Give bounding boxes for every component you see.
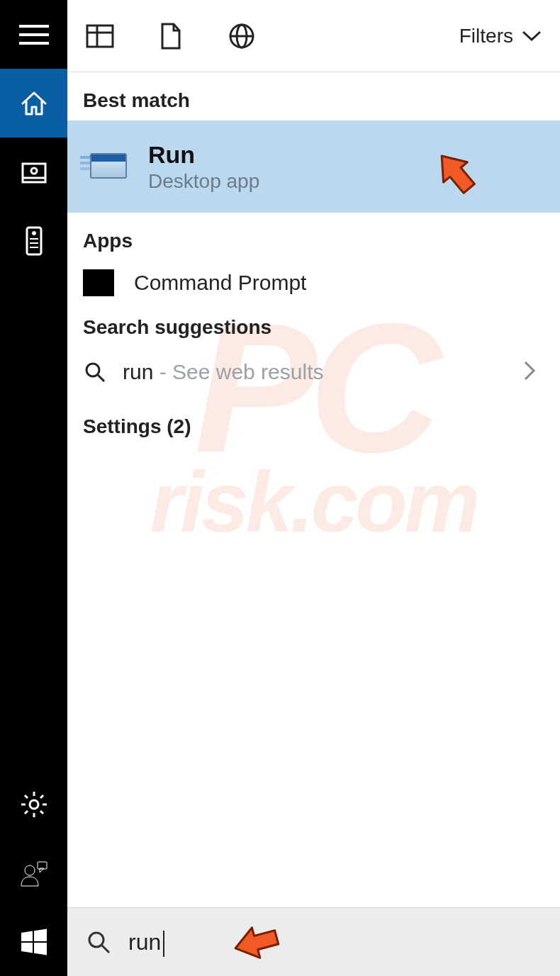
suggestions-heading: Search suggestions [67, 310, 560, 347]
filters-button[interactable]: Filters [459, 25, 542, 47]
settings-results-row[interactable]: Settings (2) [67, 397, 560, 438]
run-app-icon [83, 149, 127, 184]
search-input-value: run [128, 929, 163, 955]
svg-line-16 [25, 795, 28, 798]
svg-line-18 [40, 795, 43, 798]
svg-point-34 [89, 933, 103, 947]
scope-web-button[interactable] [228, 22, 256, 50]
start-button[interactable] [0, 907, 67, 976]
svg-point-4 [31, 168, 37, 174]
svg-marker-23 [34, 929, 47, 941]
svg-marker-25 [34, 943, 47, 955]
svg-point-7 [32, 231, 35, 235]
svg-marker-24 [21, 943, 33, 953]
remote-icon [26, 226, 43, 256]
svg-line-33 [98, 375, 104, 381]
chevron-right-icon [523, 360, 536, 384]
sidebar-item-home[interactable] [0, 69, 67, 138]
sidebar [0, 0, 67, 976]
search-scope-toolbar: Filters [67, 0, 560, 72]
best-match-result-run[interactable]: Run Desktop app [67, 120, 560, 213]
svg-point-20 [25, 865, 35, 875]
apps-heading: Apps [67, 213, 560, 255]
globe-icon [228, 23, 255, 50]
chevron-down-icon [522, 30, 542, 42]
gear-icon [20, 790, 48, 819]
suggestion-text: run - See web results [123, 360, 323, 384]
settings-results-label: Settings (2) [83, 415, 191, 437]
best-match-heading: Best match [67, 72, 560, 120]
hamburger-icon [19, 24, 49, 45]
svg-point-11 [30, 800, 38, 809]
annotation-arrow-icon [429, 146, 486, 203]
svg-line-19 [25, 811, 28, 814]
best-match-subtitle: Desktop app [148, 170, 259, 193]
command-prompt-icon [83, 269, 114, 296]
search-icon [83, 360, 107, 384]
app-window-icon [86, 24, 114, 48]
svg-point-32 [86, 364, 99, 376]
sidebar-item-top-apps[interactable] [0, 138, 67, 206]
scope-documents-button[interactable] [157, 22, 185, 50]
svg-line-17 [40, 811, 43, 814]
search-suggestion-run[interactable]: run - See web results [67, 347, 560, 397]
app-result-command-prompt[interactable]: Command Prompt [67, 255, 560, 310]
sidebar-item-settings[interactable] [0, 770, 67, 838]
svg-line-35 [102, 946, 109, 953]
filters-label: Filters [459, 25, 513, 47]
app-result-label: Command Prompt [134, 271, 306, 295]
home-icon [20, 89, 48, 118]
document-icon [160, 23, 181, 50]
scope-apps-button[interactable] [86, 22, 114, 50]
sidebar-item-remote[interactable] [0, 206, 67, 275]
sidebar-item-feedback[interactable] [0, 838, 67, 907]
svg-rect-26 [87, 26, 113, 47]
annotation-arrow-icon [230, 914, 287, 970]
person-feedback-icon [20, 859, 48, 887]
taskbar-search-box[interactable]: run [67, 907, 560, 976]
best-match-title: Run [148, 141, 259, 169]
svg-marker-22 [21, 931, 33, 941]
windows-icon [20, 928, 48, 956]
search-icon [86, 929, 111, 955]
search-results: Best match Run Desktop app Apps [67, 72, 560, 907]
camera-icon [21, 159, 47, 186]
hamburger-menu-button[interactable] [0, 0, 67, 69]
